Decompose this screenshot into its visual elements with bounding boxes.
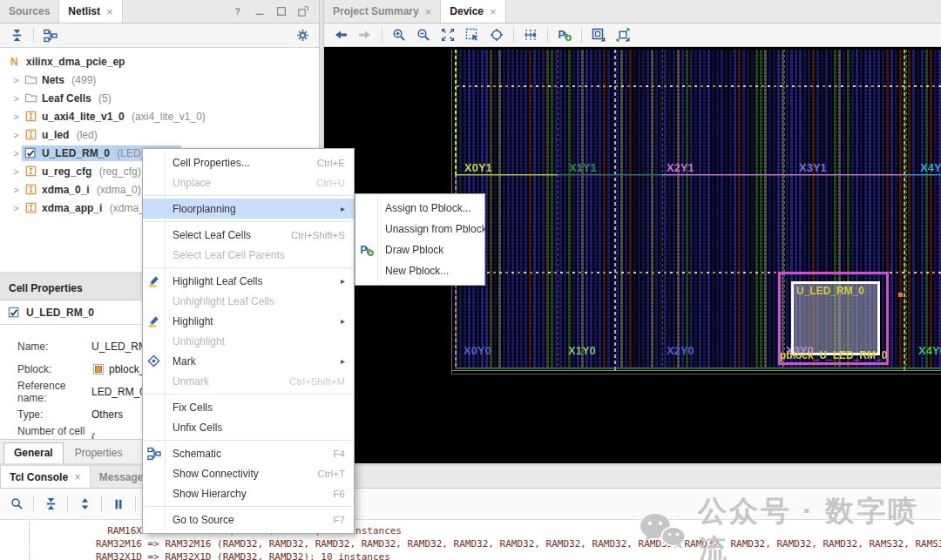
minimize-button[interactable]	[253, 4, 267, 18]
tree-item-content: Nets (499)	[22, 72, 99, 88]
close-tab-icon[interactable]: ×	[74, 471, 81, 482]
minimize-icon	[253, 4, 267, 18]
console-tabbar: Tcl Console×Messages	[0, 466, 941, 489]
menu-item-label: Assign to Pblock...	[377, 202, 471, 214]
search-button[interactable]	[7, 495, 26, 514]
wechat-icon	[639, 511, 687, 551]
pblock-module-rect[interactable]: U_LED_RM_0	[791, 281, 880, 355]
menu-item-highlight[interactable]: Highlight▸	[143, 311, 354, 331]
panel-window-controls: ?	[231, 0, 319, 23]
selected-cell-name: U_LED_RM_0	[26, 307, 94, 319]
menu-item-show-connectivity[interactable]: Show ConnectivityCtrl+T	[143, 463, 354, 483]
schematic-icon	[44, 29, 58, 43]
tree-item-label: U_LED_RM_0	[42, 147, 110, 159]
tab-netlist[interactable]: Netlist×	[58, 0, 122, 23]
tree-item-label: u_led	[42, 129, 69, 141]
menu-item-label: Unassign from Pblock	[377, 223, 487, 235]
collapse-all-button[interactable]	[41, 495, 60, 514]
menu-separator	[144, 506, 353, 507]
menu-item-label: Show Hierarchy	[165, 488, 247, 500]
expand-chevron-icon[interactable]: >	[10, 166, 22, 177]
zoom-out-button[interactable]	[414, 25, 433, 44]
center-view-button[interactable]	[487, 25, 506, 44]
autofit-button[interactable]	[521, 25, 540, 44]
close-tab-icon[interactable]: ×	[490, 6, 497, 17]
svg-text:?: ?	[235, 6, 240, 17]
tree-item-content: u_axi4_lite_v1_0 (axi4_lite_v1_0)	[22, 109, 209, 125]
forward-button[interactable]	[355, 25, 375, 44]
tab-device[interactable]: Device×	[440, 0, 505, 23]
expand-chevron-icon[interactable]: >	[10, 93, 22, 104]
checkbox-icon[interactable]	[7, 306, 21, 320]
context-menu: Cell Properties...Ctrl+EUnplaceCtrl+UFlo…	[142, 148, 355, 534]
schematic-button[interactable]	[41, 26, 60, 45]
tab-project-summary[interactable]: Project Summary×	[324, 0, 440, 23]
floorplanning-submenu: Assign to Pblock...Unassign from PblockP…	[355, 193, 485, 286]
collapse-all-button[interactable]	[7, 26, 26, 45]
float-button[interactable]	[296, 4, 310, 18]
menu-item-new-pblock[interactable]: New Pblock...	[355, 260, 484, 281]
expand-chevron-icon[interactable]: >	[10, 130, 22, 140]
cellprops-tab-general[interactable]: General	[3, 442, 64, 463]
tab-sources[interactable]: Sources	[0, 0, 58, 23]
toolbar-separator	[581, 28, 582, 43]
window-view-icon	[592, 28, 606, 42]
vivado-window: SourcesNetlist×? Nxilinx_dma_pcie_ep>Net…	[0, 0, 941, 560]
tree-item-leaf-cells[interactable]: >Leaf Cells (5)	[0, 89, 319, 107]
menu-item-floorplanning[interactable]: Floorplanning▸	[143, 199, 354, 219]
expand-chevron-icon[interactable]: >	[10, 75, 22, 85]
close-tab-icon[interactable]: ×	[425, 6, 432, 17]
tree-item-u-axi4-lite-v1-0[interactable]: >u_axi4_lite_v1_0 (axi4_lite_v1_0)	[0, 107, 319, 125]
cellprops-tab-properties[interactable]: Properties	[65, 443, 132, 463]
menu-item-unfix-cells[interactable]: Unfix Cells	[143, 417, 354, 437]
pause-icon	[112, 497, 125, 511]
expand-chevron-icon[interactable]: >	[10, 111, 22, 122]
draw-pblock-button[interactable]: Pb	[555, 25, 574, 44]
submenu-arrow-icon: ▸	[341, 356, 354, 366]
tree-item-nets[interactable]: >Nets (499)	[0, 71, 319, 89]
settings-gear-button[interactable]	[293, 26, 312, 45]
window-view-button[interactable]	[589, 25, 608, 44]
menu-item-go-to-source[interactable]: Go to SourceF7	[143, 509, 354, 530]
property-label: Reference name:	[17, 380, 91, 404]
expand-chevron-icon[interactable]: >	[10, 203, 22, 213]
menu-item-highlight-leaf-cells[interactable]: Highlight Leaf Cells▸	[143, 271, 354, 291]
menu-separator	[144, 195, 353, 196]
pause-button[interactable]	[109, 495, 128, 514]
menu-item-unassign-from-pblock[interactable]: Unassign from Pblock	[355, 219, 484, 240]
zoom-selection-button[interactable]	[463, 25, 482, 44]
menu-item-draw-pblock[interactable]: PbDraw Pblock	[355, 240, 484, 260]
tree-item-u-led[interactable]: >u_led (led)	[0, 125, 319, 144]
netlist-toolbar	[0, 24, 319, 48]
schematic-icon	[147, 447, 161, 461]
close-tab-icon[interactable]: ×	[106, 6, 113, 17]
help-button[interactable]: ?	[231, 4, 245, 18]
menu-shortcut: Ctrl+E	[317, 158, 354, 168]
window-float-button[interactable]	[613, 25, 633, 44]
expand-all-button[interactable]	[75, 495, 94, 514]
maximize-button[interactable]	[274, 4, 288, 18]
menu-icon-slot: Pb	[355, 243, 377, 257]
menu-item-label: Mark	[165, 355, 196, 368]
tab-tcl-console[interactable]: Tcl Console×	[0, 466, 91, 488]
menu-item-assign-to-pblock[interactable]: Assign to Pblock...	[355, 198, 484, 219]
expand-chevron-icon[interactable]: >	[10, 185, 22, 195]
settings-gear-icon	[295, 29, 309, 43]
expand-chevron-icon[interactable]: >	[10, 148, 22, 159]
menu-icon-slot	[143, 314, 165, 328]
menu-icon-slot	[143, 354, 165, 368]
menu-item-cell-properties[interactable]: Cell Properties...Ctrl+E	[143, 152, 354, 172]
menu-item-label: Floorplanning	[165, 203, 236, 215]
back-button[interactable]	[331, 25, 350, 44]
tree-item-xilinx-dma-pcie-ep[interactable]: Nxilinx_dma_pcie_ep	[0, 52, 319, 71]
menu-item-mark[interactable]: Mark▸	[143, 351, 354, 371]
menu-item-show-hierarchy[interactable]: Show HierarchyF6	[143, 483, 354, 503]
device-panel-tabbar: Project Summary×Device×	[324, 0, 941, 24]
tree-item-label: u_axi4_lite_v1_0	[42, 111, 125, 123]
menu-item-fix-cells[interactable]: Fix Cells	[143, 397, 354, 417]
highlighter-icon	[147, 274, 161, 288]
menu-item-schematic[interactable]: SchematicF4	[143, 443, 354, 463]
zoom-in-button[interactable]	[389, 25, 409, 44]
menu-item-select-leaf-cells[interactable]: Select Leaf CellsCtrl+Shift+S	[143, 225, 354, 245]
zoom-fit-button[interactable]	[438, 25, 457, 44]
